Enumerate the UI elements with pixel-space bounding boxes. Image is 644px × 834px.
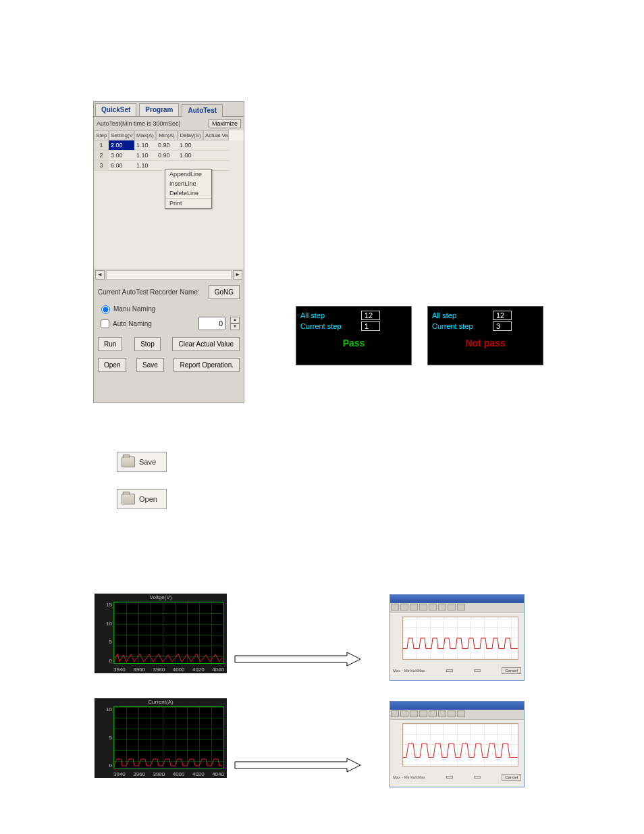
current-step-label: Current step [432, 322, 493, 330]
grid-head: Step Setting(V) Max(A) Min(A) Delay(S) A… [94, 130, 244, 140]
current-step-value: 1 [361, 321, 380, 331]
tool-icon[interactable] [419, 710, 427, 717]
table-row[interactable]: 1 2.00 1.10 0.90 1.00 [94, 140, 244, 151]
menu-append-line[interactable]: AppendLine [165, 170, 211, 179]
preview-footer: Max - MinVoltMax Cancel [393, 769, 521, 785]
tool-icon[interactable] [400, 604, 408, 610]
save-icon-button[interactable]: Save [117, 452, 167, 472]
tool-icon[interactable] [400, 710, 408, 717]
clear-button[interactable]: Clear Actual Value [172, 337, 240, 351]
chart-title: Current(A) [95, 698, 227, 706]
table-row[interactable]: 2 3.00 1.10 0.90 1.00 [94, 151, 244, 161]
tool-icon[interactable] [410, 604, 418, 610]
tab-quickset[interactable]: QuickSet [95, 103, 136, 116]
cell-step: 3 [94, 161, 109, 171]
open-button[interactable]: Open [98, 358, 126, 372]
gong-button[interactable]: GoNG [209, 285, 240, 299]
preview-cancel-button[interactable]: Cancel [502, 667, 521, 674]
tool-icon[interactable] [457, 710, 465, 717]
cell-delay[interactable]: 1.00 [178, 140, 203, 151]
tool-icon[interactable] [429, 710, 437, 717]
window-titlebar[interactable] [390, 595, 524, 603]
tool-icon[interactable] [429, 604, 437, 610]
preview-button[interactable] [446, 776, 453, 779]
grid: Step Setting(V) Max(A) Min(A) Delay(S) A… [94, 130, 244, 269]
save-button[interactable]: Save [136, 358, 164, 372]
folder-icon [122, 494, 135, 504]
cell-max[interactable]: 1.10 [134, 151, 156, 161]
tool-icon[interactable] [448, 604, 456, 610]
auto-naming-row[interactable]: Auto Naming ▲ ▼ [98, 317, 240, 330]
auto-naming-value[interactable] [198, 317, 225, 330]
manu-naming-radio[interactable] [101, 305, 110, 314]
tool-icon[interactable] [438, 604, 446, 610]
auto-naming-checkbox[interactable] [101, 319, 109, 328]
y-axis: 15 10 5 0 [96, 602, 112, 664]
cell-actual [203, 151, 229, 161]
maximize-button[interactable]: Maximize [209, 119, 241, 128]
save-label: Save [139, 458, 156, 466]
cell-max[interactable]: 1.10 [134, 161, 156, 171]
report-button[interactable]: Report Operation. [173, 358, 240, 372]
result-pass-panel: All step 12 Current step 1 Pass [296, 306, 412, 365]
cell-setting[interactable]: 3.00 [109, 151, 134, 161]
tool-icon[interactable] [457, 604, 465, 610]
tab-autotest[interactable]: AutoTest [182, 104, 223, 117]
lower-area: Current AutoTest Recorder Name: GoNG Man… [94, 281, 244, 376]
stop-button[interactable]: Stop [134, 337, 161, 351]
result-notpass-panel: All step 12 Current step 3 Not pass [427, 306, 543, 365]
preview-button[interactable] [446, 669, 453, 672]
cell-max[interactable]: 1.10 [134, 140, 156, 151]
cell-setting[interactable]: 2.00 [109, 140, 134, 151]
window-titlebar[interactable] [390, 702, 524, 710]
panel-title-row: AutoTest(Min time is 300mSec) Maximize [94, 117, 244, 130]
tab-program[interactable]: Program [139, 103, 179, 116]
col-actual: Actual Va [203, 130, 229, 140]
tool-icon[interactable] [391, 710, 399, 717]
tool-icon[interactable] [419, 604, 427, 610]
manu-naming-row[interactable]: Manu Naming [98, 303, 240, 314]
plot-area [113, 706, 224, 768]
cell-step: 1 [94, 140, 109, 151]
menu-print[interactable]: Print [165, 199, 211, 208]
scroll-track[interactable] [106, 270, 232, 280]
x-axis: 39403960 39804000 40204040 [113, 771, 224, 777]
menu-insert-line[interactable]: InsertLine [165, 179, 211, 188]
scroll-right-icon[interactable]: ► [233, 270, 242, 280]
preview-plot [402, 723, 518, 766]
preview-button[interactable] [474, 776, 481, 779]
preview-plot [402, 617, 518, 660]
all-step-label: All step [432, 311, 493, 319]
grid-body: 1 2.00 1.10 0.90 1.00 2 3.00 1.10 0.90 1… [94, 140, 244, 269]
cell-setting[interactable]: 6.00 [109, 161, 134, 171]
tool-icon[interactable] [391, 604, 399, 610]
all-step-value: 12 [493, 311, 512, 320]
col-delay: Delay(S) [178, 130, 203, 140]
menu-delete-line[interactable]: DeleteLine [165, 188, 211, 199]
auto-naming-label: Auto Naming [113, 320, 152, 328]
manu-naming-label: Manu Naming [113, 305, 155, 313]
chart-title: Voltge(V) [95, 594, 227, 601]
tool-icon[interactable] [448, 710, 456, 717]
col-max: Max(A) [134, 130, 156, 140]
tool-icon[interactable] [410, 710, 418, 717]
scroll-left-icon[interactable]: ◄ [95, 270, 105, 280]
spin-down-icon[interactable]: ▼ [230, 323, 240, 330]
spin-up-icon[interactable]: ▲ [230, 317, 240, 323]
preview-cancel-button[interactable]: Cancel [502, 774, 521, 781]
run-button[interactable]: Run [98, 337, 122, 351]
preview-footer: Max - MinVoltMax Cancel [393, 662, 521, 679]
preview-button[interactable] [474, 669, 481, 672]
open-label: Open [139, 495, 157, 503]
plot-area [113, 602, 224, 664]
cell-min[interactable]: 0.90 [156, 151, 178, 161]
open-icon-button[interactable]: Open [117, 489, 167, 509]
arrow-icon [234, 652, 362, 667]
cell-min[interactable]: 0.90 [156, 140, 178, 151]
window-toolbar [390, 603, 524, 613]
tool-icon[interactable] [438, 710, 446, 717]
tab-bar: QuickSet Program AutoTest [94, 102, 244, 117]
status-notpass: Not pass [432, 338, 539, 348]
cell-delay[interactable]: 1.00 [178, 151, 203, 161]
all-step-label: All step [300, 311, 361, 319]
